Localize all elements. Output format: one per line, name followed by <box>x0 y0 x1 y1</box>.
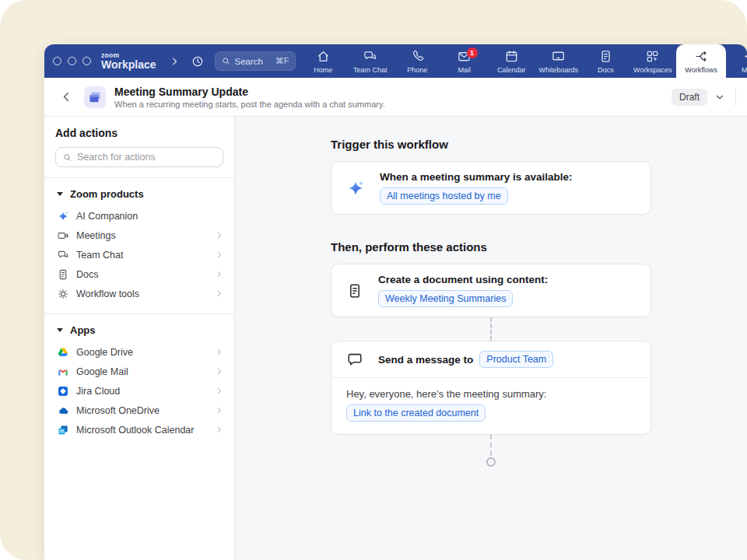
message-bubble-icon <box>346 351 363 368</box>
tab-phone[interactable]: Phone <box>394 44 441 78</box>
navbar-tabs: Home Team Chat Phone Mail 1 Calend <box>300 44 747 78</box>
phone-icon <box>410 49 425 64</box>
tab-calendar[interactable]: Calendar <box>488 44 535 78</box>
google-drive-icon <box>57 346 69 359</box>
calendar-icon <box>504 49 519 64</box>
sidebar-item-meetings[interactable]: Meetings <box>55 226 223 245</box>
section-label: Apps <box>70 324 96 336</box>
global-search[interactable]: Search ⌘F <box>215 51 296 71</box>
trigger-card[interactable]: When a meeting summary is available: All… <box>331 161 651 215</box>
collapse-triangle-icon <box>57 328 63 332</box>
tab-workspaces[interactable]: Workspaces <box>630 44 677 78</box>
top-navbar: zoom Workplace Search ⌘F Home Team Chat <box>44 44 747 78</box>
add-actions-sidebar: Add actions Zoom products AI Companion M… <box>44 117 235 560</box>
whiteboard-icon <box>551 49 566 64</box>
window-control-dot[interactable] <box>82 57 91 65</box>
section-label: Zoom products <box>70 188 144 200</box>
ai-companion-icon <box>57 210 69 222</box>
tab-workflows[interactable]: Workflows <box>676 44 726 78</box>
sidebar-heading: Add actions <box>55 127 223 139</box>
header-actions: Draft <box>672 89 736 106</box>
sidebar-item-jira-cloud[interactable]: Jira Cloud <box>55 381 223 401</box>
back-button[interactable] <box>60 90 73 103</box>
sidebar-item-label: Docs <box>76 269 98 280</box>
chevron-right-icon <box>215 289 223 298</box>
sidebar-item-label: Microsoft Outlook Calendar <box>76 425 194 436</box>
window-controls <box>44 57 91 65</box>
connector-dashed-line <box>490 317 492 341</box>
expand-chevron-icon[interactable] <box>169 56 180 67</box>
connector-end-node <box>486 457 496 467</box>
sidebar-item-label: Microsoft OneDrive <box>76 405 160 416</box>
document-link-chip[interactable]: Link to the created document <box>346 404 486 422</box>
tab-label: Team Chat <box>353 66 388 74</box>
tab-label: Whiteboards <box>538 66 578 74</box>
tab-label: Workflows <box>685 66 717 74</box>
workflow-header: Meeting Summary Update When a recurring … <box>44 78 747 117</box>
sidebar-divider <box>44 313 234 314</box>
trigger-card-title: When a meeting summary is available: <box>380 171 573 183</box>
sidebar-item-ai-companion[interactable]: AI Companion <box>55 206 223 226</box>
tab-label: Phone <box>407 66 427 74</box>
docs-icon <box>598 49 613 64</box>
window-control-dot[interactable] <box>68 57 76 65</box>
actions-section-heading: Then, perform these actions <box>331 240 651 254</box>
status-badge[interactable]: Draft <box>672 89 707 106</box>
actions-search-input[interactable] <box>77 152 216 163</box>
tab-whiteboards[interactable]: Whiteboards <box>535 44 583 78</box>
trigger-scope-chip[interactable]: All meetings hosted by me <box>380 187 508 205</box>
send-message-card[interactable]: Send a message to Product Team Hey, ever… <box>331 341 651 435</box>
sidebar-item-microsoft-onedrive[interactable]: Microsoft OneDrive <box>55 401 223 420</box>
sidebar-item-label: Meetings <box>76 230 116 241</box>
search-shortcut: ⌘F <box>275 56 289 66</box>
workflow-title-block: Meeting Summary Update When a recurring … <box>114 86 385 109</box>
video-camera-icon <box>57 229 69 242</box>
sidebar-item-label: AI Companion <box>76 211 138 222</box>
sidebar-item-google-mail[interactable]: Google Mail <box>55 362 223 381</box>
tab-label: Workspaces <box>633 66 672 74</box>
home-icon <box>316 49 331 64</box>
chevron-right-icon <box>215 406 223 415</box>
message-body-text: Hey, everyone, here’s the meeting summar… <box>346 388 636 400</box>
workflows-icon <box>694 49 709 64</box>
workflow-subtitle: When a recurring meeting starts, post th… <box>114 100 385 109</box>
ai-sparkle-icon <box>346 179 365 198</box>
section-apps[interactable]: Apps <box>57 324 223 336</box>
desktop-background: zoom Workplace Search ⌘F Home Team Chat <box>0 0 747 560</box>
tab-team-chat[interactable]: Team Chat <box>347 44 395 78</box>
chevron-right-icon <box>215 250 223 259</box>
actions-search[interactable] <box>55 147 223 167</box>
gear-icon <box>57 288 69 300</box>
tab-more[interactable]: More <box>726 44 747 78</box>
sidebar-item-google-drive[interactable]: Google Drive <box>55 342 223 362</box>
mail-unread-badge: 1 <box>467 47 478 58</box>
brand-zoom-text: zoom <box>101 52 156 59</box>
window-control-dot[interactable] <box>53 57 61 65</box>
more-icon <box>742 49 747 64</box>
recipient-chip[interactable]: Product Team <box>479 351 553 368</box>
tab-home[interactable]: Home <box>300 44 347 78</box>
status-chevron-down-icon[interactable] <box>714 92 725 103</box>
create-document-card[interactable]: Create a document using content: Weekly … <box>331 264 651 317</box>
search-placeholder: Search <box>235 57 272 66</box>
tab-mail[interactable]: Mail 1 <box>441 44 489 78</box>
app-window: zoom Workplace Search ⌘F Home Team Chat <box>44 44 747 560</box>
outlook-calendar-icon <box>57 424 69 436</box>
workspaces-icon <box>645 49 660 64</box>
send-message-title: Send a message to <box>378 354 473 366</box>
trigger-section-heading: Trigger this workflow <box>331 138 651 151</box>
sidebar-item-microsoft-outlook-calendar[interactable]: Microsoft Outlook Calendar <box>55 420 223 439</box>
sidebar-item-label: Workflow tools <box>76 289 139 299</box>
connector-dashed-line <box>490 435 492 456</box>
tab-label: Home <box>314 66 332 74</box>
tab-docs[interactable]: Docs <box>582 44 630 78</box>
zoom-workplace-logo: zoom Workplace <box>101 52 156 71</box>
section-zoom-products[interactable]: Zoom products <box>57 188 223 200</box>
chevron-right-icon <box>215 367 223 376</box>
document-content-chip[interactable]: Weekly Meeting Summaries <box>378 290 513 307</box>
team-chat-icon <box>363 49 377 64</box>
history-icon[interactable] <box>191 54 205 68</box>
sidebar-item-docs[interactable]: Docs <box>55 264 223 284</box>
sidebar-item-team-chat[interactable]: Team Chat <box>55 245 223 264</box>
sidebar-item-workflow-tools[interactable]: Workflow tools <box>55 284 223 303</box>
